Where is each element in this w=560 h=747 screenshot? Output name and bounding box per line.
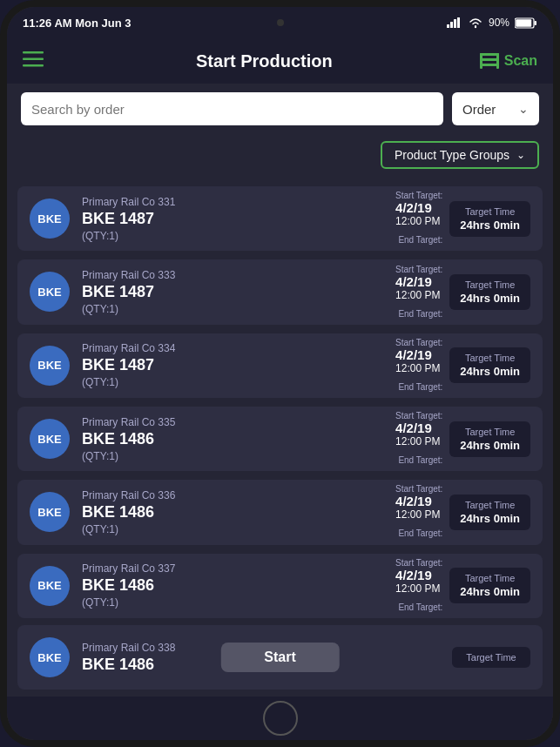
order-card[interactable]: BKE Primary Rail Co 334 BKE 1487 (QTY:1)… — [17, 333, 543, 398]
avatar: BKE — [30, 199, 70, 239]
order-subtitle: Primary Rail Co 335 — [82, 416, 383, 428]
target-dates: Start Target: 4/2/19 12:00 PM End Target… — [395, 265, 442, 320]
avatar: BKE — [30, 566, 70, 606]
start-time: 12:00 PM — [395, 289, 442, 301]
order-card[interactable]: BKE Primary Rail Co 337 BKE 1486 (QTY:1)… — [17, 554, 543, 618]
home-button[interactable] — [263, 701, 298, 736]
start-target-label: Start Target: — [395, 265, 442, 274]
order-name: BKE 1487 — [82, 210, 383, 228]
avatar: BKE — [30, 346, 70, 386]
target-time-value: 24hrs 0min — [460, 219, 520, 232]
start-button[interactable]: Start — [220, 643, 339, 672]
order-subtitle: Primary Rail Co 333 — [82, 269, 383, 281]
order-info: Primary Rail Co 335 BKE 1486 (QTY:1) — [82, 416, 383, 462]
start-card: BKE Primary Rail Co 338 BKE 1486 Start T… — [17, 625, 543, 690]
target-time-label: Target Time — [462, 652, 520, 663]
order-subtitle: Primary Rail Co 336 — [82, 489, 383, 501]
target-section: Start Target: 4/2/19 12:00 PM End Target… — [395, 484, 530, 540]
svg-rect-1 — [450, 22, 453, 28]
order-name: BKE 1487 — [82, 283, 383, 301]
order-name: BKE 1486 — [82, 503, 383, 522]
order-info: Primary Rail Co 334 BKE 1487 (QTY:1) — [82, 342, 383, 388]
signal-icon — [447, 17, 462, 28]
end-target-label: End Target: — [398, 382, 442, 392]
order-card[interactable]: BKE Primary Rail Co 335 BKE 1486 (QTY:1)… — [17, 407, 543, 471]
order-dropdown[interactable]: Order ⌄ — [452, 92, 539, 125]
target-dates: Start Target: 4/2/19 12:00 PM End Target… — [395, 558, 442, 614]
end-target-label: End Target: — [398, 235, 442, 245]
battery-percent: 90% — [489, 17, 509, 29]
search-container: Order ⌄ — [7, 84, 553, 134]
target-dates: Start Target: 4/2/19 12:00 PM End Target… — [395, 191, 442, 246]
target-section: Start Target: 4/2/19 12:00 PM End Target… — [395, 191, 530, 246]
start-date: 4/2/19 — [395, 568, 442, 582]
avatar: BKE — [30, 492, 70, 532]
chevron-down-icon: ⌄ — [518, 102, 529, 116]
svg-rect-10 — [23, 64, 44, 67]
target-time-label: Target Time — [460, 279, 520, 290]
order-card[interactable]: BKE Primary Rail Co 333 BKE 1487 (QTY:1)… — [17, 259, 543, 324]
target-section: Start Target: 4/2/19 12:00 PM End Target… — [395, 411, 530, 467]
scan-icon — [480, 53, 499, 69]
order-subtitle: Primary Rail Co 337 — [82, 562, 383, 575]
target-section: Start Target: 4/2/19 12:00 PM End Target… — [395, 338, 530, 394]
orders-list[interactable]: BKE Primary Rail Co 331 BKE 1487 (QTY:1)… — [7, 179, 553, 625]
order-info: Primary Rail Co 333 BKE 1487 (QTY:1) — [82, 269, 383, 315]
target-time-badge: Target Time 24hrs 0min — [449, 568, 530, 603]
order-name: BKE 1486 — [82, 430, 383, 448]
order-qty: (QTY:1) — [82, 230, 383, 242]
start-date: 4/2/19 — [395, 347, 442, 362]
status-right: 90% — [447, 17, 537, 29]
order-qty: (QTY:1) — [82, 450, 383, 462]
order-info: Primary Rail Co 337 BKE 1486 (QTY:1) — [82, 562, 383, 609]
product-type-groups-button[interactable]: Product Type Groups ⌄ — [381, 141, 539, 169]
start-target-label: Start Target: — [395, 191, 442, 200]
target-time-label: Target Time — [460, 206, 520, 217]
order-subtitle: Primary Rail Co 331 — [82, 196, 383, 208]
svg-rect-0 — [447, 24, 449, 28]
start-time: 12:00 PM — [395, 582, 442, 595]
order-info: Primary Rail Co 336 BKE 1486 (QTY:1) — [82, 489, 383, 535]
target-time-badge: Target Time 24hrs 0min — [449, 347, 530, 383]
order-qty: (QTY:1) — [82, 303, 383, 315]
search-input[interactable] — [21, 92, 443, 125]
svg-point-4 — [475, 26, 476, 28]
order-name: BKE 1487 — [82, 356, 383, 374]
home-bar — [7, 697, 553, 740]
target-time-value: 24hrs 0min — [460, 439, 520, 452]
start-time: 12:00 PM — [395, 435, 442, 448]
svg-rect-13 — [480, 64, 499, 66]
scan-label: Scan — [504, 53, 537, 69]
order-qty: (QTY:1) — [82, 376, 383, 388]
end-target-label: End Target: — [398, 455, 442, 465]
svg-rect-3 — [457, 17, 460, 28]
target-section: Start Target: 4/2/19 12:00 PM End Target… — [395, 558, 530, 614]
start-target-label: Start Target: — [395, 338, 442, 347]
order-card[interactable]: BKE Primary Rail Co 331 BKE 1487 (QTY:1)… — [17, 186, 543, 251]
start-target-label: Start Target: — [395, 484, 442, 494]
target-time-value: 24hrs 0min — [460, 292, 520, 305]
end-target-label: End Target: — [398, 528, 442, 538]
order-qty: (QTY:1) — [82, 523, 383, 535]
start-time: 12:00 PM — [395, 362, 442, 374]
filter-row: Product Type Groups ⌄ — [7, 134, 553, 179]
app-header: Start Production Scan — [7, 38, 553, 84]
target-time-badge: Target Time 24hrs 0min — [449, 495, 530, 530]
status-time: 11:26 AM Mon Jun 3 — [23, 17, 132, 30]
order-card[interactable]: BKE Primary Rail Co 336 BKE 1486 (QTY:1)… — [17, 480, 543, 544]
product-type-label: Product Type Groups — [395, 148, 509, 162]
target-time-label: Target Time — [460, 500, 520, 510]
target-dates: Start Target: 4/2/19 12:00 PM End Target… — [395, 338, 442, 394]
svg-rect-11 — [480, 53, 499, 56]
target-time-label: Target Time — [460, 353, 520, 363]
svg-rect-15 — [496, 53, 499, 69]
svg-rect-9 — [23, 57, 44, 60]
scan-button[interactable]: Scan — [480, 53, 537, 69]
target-time-value: 24hrs 0min — [460, 585, 520, 598]
wifi-icon — [468, 17, 483, 29]
bottom-start-area: BKE Primary Rail Co 338 BKE 1486 Start T… — [7, 625, 553, 697]
battery-icon — [515, 17, 537, 29]
avatar: BKE — [30, 419, 70, 459]
device-frame: 11:26 AM Mon Jun 3 90% — [0, 0, 560, 747]
menu-button[interactable] — [23, 51, 49, 71]
